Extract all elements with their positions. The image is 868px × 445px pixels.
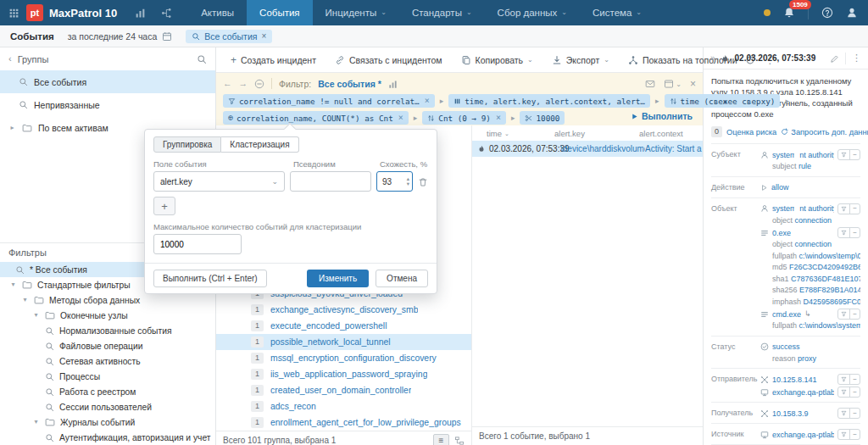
filter-include-icon[interactable] — [838, 150, 849, 159]
filter-include-icon[interactable] — [838, 228, 849, 237]
add-field-button[interactable]: + — [153, 197, 175, 215]
request-data-link[interactable]: Запросить доп. данные — [781, 128, 868, 136]
cancel-button[interactable]: Отмена — [376, 270, 428, 287]
group-row[interactable]: 1exchange_activesync_discovery_smb — [216, 302, 471, 318]
filter-item-registry[interactable]: Работа с реестром — [0, 384, 215, 399]
group-row[interactable]: 1iis_web_application_password_spraying — [216, 366, 471, 382]
nav-system[interactable]: Система⌄ — [580, 0, 654, 25]
group-row[interactable]: 1enrollment_agent_cert_for_low_privilege… — [216, 414, 471, 431]
max-events-input[interactable] — [153, 234, 242, 254]
nav-standards[interactable]: Стандарты⌄ — [399, 0, 485, 25]
group-row[interactable]: 1created_user_on_domain_controller — [216, 382, 471, 398]
filter-exclude-icon[interactable]: − — [849, 309, 860, 319]
column-alert-context[interactable]: alert.context — [639, 129, 703, 138]
similarity-input[interactable]: 93 ▴▾ — [376, 171, 413, 192]
close-icon[interactable]: × — [425, 97, 430, 105]
time-range-selector[interactable]: за последние 24 часа — [68, 31, 173, 42]
filter-exclude-icon[interactable]: − — [849, 387, 860, 397]
filter-exclude-icon[interactable]: − — [849, 375, 860, 384]
execute-button[interactable]: Выполнить (Ctrl + Enter) — [153, 270, 267, 287]
filter-include-icon[interactable] — [838, 309, 849, 319]
app-grid-icon[interactable] — [8, 8, 19, 19]
collapse-left-icon[interactable]: ‹ — [8, 54, 12, 64]
group-row[interactable]: 1mssql_encryption_configuration_discover… — [216, 350, 471, 366]
chevron-down-icon[interactable]: ▾ — [32, 419, 40, 426]
close-icon[interactable]: × — [690, 79, 696, 89]
filter-include-icon[interactable] — [838, 409, 849, 418]
filter-name[interactable]: Все события * — [318, 79, 381, 89]
filter-item-sessions[interactable]: Сессии пользователей — [0, 399, 215, 414]
limit-token[interactable]: 10000 — [520, 111, 565, 125]
column-time[interactable]: time⌄ — [472, 129, 554, 138]
nav-events[interactable]: События — [247, 0, 312, 25]
close-icon[interactable]: × — [261, 32, 266, 41]
column-alert-key[interactable]: alert.key — [554, 129, 639, 138]
tab-clustering[interactable]: Кластеризация — [221, 136, 298, 153]
filter-folder-event-logs[interactable]: ▾Журналы событий — [0, 414, 215, 430]
chevron-down-icon[interactable]: ▾ — [32, 312, 40, 319]
run-query-button[interactable]: Выполнить — [631, 111, 693, 121]
mail-icon[interactable] — [645, 78, 655, 89]
filter-exclude-icon[interactable]: − — [849, 150, 860, 159]
filter-include-icon[interactable] — [838, 204, 849, 214]
statistics-icon[interactable] — [388, 78, 398, 89]
event-row-selected[interactable]: 02.03.2026, 07:53:39 \device\harddiskvol… — [472, 141, 703, 157]
filter-include-icon[interactable] — [838, 375, 849, 384]
where-token[interactable]: correlation_name != null and correlat…× — [223, 94, 435, 108]
sort-cnt-token[interactable]: Cnt (0 → 9)× — [422, 111, 506, 125]
filter-include-icon[interactable] — [838, 430, 849, 439]
alias-input[interactable] — [290, 171, 371, 192]
collapse-right-icon[interactable]: » — [710, 54, 715, 63]
chevron-down-icon[interactable]: ▾ — [21, 297, 29, 303]
link-incident-button[interactable]: Связать с инцидентом — [327, 55, 450, 65]
filter-exclude-icon[interactable]: − — [849, 430, 860, 439]
group-item-all-events[interactable]: Все события — [0, 70, 215, 93]
group-row-selected[interactable]: 1possible_network_local_tunnel — [216, 334, 471, 350]
list-view-icon[interactable]: ≡ — [433, 434, 449, 445]
topology-branch-icon[interactable] — [161, 7, 172, 19]
filter-folder-endpoints[interactable]: ▾Оконечные узлы — [0, 308, 215, 323]
more-options-icon[interactable]: ⋮ — [852, 53, 861, 63]
risk-score-link[interactable]: Оценка риска — [726, 128, 776, 136]
event-field-select[interactable]: alert.key ⌄ — [153, 171, 285, 192]
dashboard-chart-icon[interactable] — [135, 7, 146, 19]
copy-button[interactable]: Копировать⌄ — [453, 55, 541, 65]
delete-row-trash-icon[interactable] — [418, 175, 428, 186]
sort-time-token[interactable]: time (свежее сверху) — [665, 94, 781, 108]
close-icon[interactable]: × — [398, 114, 403, 122]
group-item-unbound[interactable]: Непривязанные — [0, 93, 215, 116]
user-profile-icon[interactable] — [846, 7, 858, 19]
help-icon[interactable] — [821, 7, 833, 19]
filter-item-file-ops[interactable]: Файловые операции — [0, 338, 215, 353]
filter-folder-collection-methods[interactable]: ▾Методы сбора данных — [0, 292, 215, 308]
edit-pencil-icon[interactable] — [830, 53, 839, 64]
active-filter-tag[interactable]: Все события × — [186, 30, 272, 43]
history-back-icon[interactable]: ← — [223, 79, 232, 88]
number-stepper[interactable]: ▴▾ — [407, 176, 409, 187]
nav-data-collection[interactable]: Сбор данных⌄ — [485, 0, 580, 25]
group-by-token[interactable]: ⊕correlation_name, COUNT(*) as Cnt× — [223, 111, 409, 125]
filter-exclude-icon[interactable]: − — [849, 204, 860, 214]
chevron-right-icon[interactable]: ▸ — [8, 125, 16, 131]
tab-grouping[interactable]: Группировка — [153, 136, 221, 153]
select-columns-token[interactable]: time, alert.key, alert.context, alert… — [448, 94, 650, 108]
group-row[interactable]: 1adcs_recon — [216, 398, 471, 414]
filter-item-normalized[interactable]: Нормализованные события — [0, 323, 215, 338]
filter-item-auth[interactable]: Аутентификация, авторизация и учет — [0, 430, 215, 445]
save-filter-icon[interactable]: ⌄ — [664, 78, 682, 89]
nav-assets[interactable]: Активы — [188, 0, 247, 25]
clear-filter-icon[interactable] — [254, 78, 264, 89]
apply-button[interactable]: Изменить — [307, 270, 369, 287]
tree-view-icon[interactable] — [454, 435, 465, 445]
step-down-icon[interactable]: ▾ — [407, 181, 409, 187]
search-icon[interactable] — [197, 53, 207, 64]
filter-exclude-icon[interactable]: − — [849, 228, 860, 237]
chevron-down-icon[interactable]: ▾ — [9, 281, 17, 288]
notifications-bell-icon[interactable]: 1509 — [783, 7, 795, 19]
filter-item-processes[interactable]: Процессы — [0, 369, 215, 384]
filter-include-icon[interactable] — [838, 387, 849, 397]
close-icon[interactable]: × — [496, 114, 501, 122]
filter-exclude-icon[interactable]: − — [849, 409, 860, 418]
history-forward-icon[interactable]: → — [239, 79, 248, 88]
filter-item-network[interactable]: Сетевая активность — [0, 353, 215, 369]
